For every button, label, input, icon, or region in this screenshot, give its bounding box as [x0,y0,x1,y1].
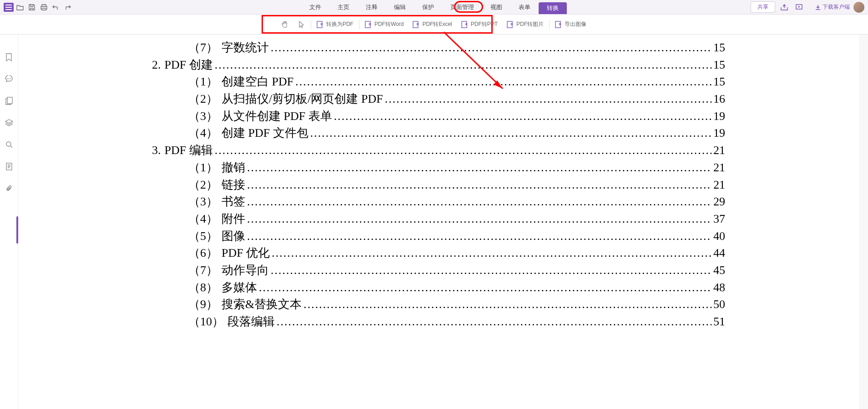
pages-panel-icon[interactable] [5,96,14,105]
toc-leader: ........................................… [259,279,712,296]
document-viewport[interactable]: （7）字数统计.................................… [18,35,859,409]
right-scrollbar[interactable] [859,35,868,409]
select-tool[interactable] [293,18,310,31]
open-icon[interactable] [15,2,25,13]
search-panel-icon[interactable] [5,140,14,149]
share-button[interactable]: 共享 [751,1,775,13]
convert-0[interactable]: 转换为PDF [312,18,358,31]
toc-entry[interactable]: （8）多媒体..................................… [152,279,725,296]
top-toolbar: 文件主页注释编辑保护页面管理视图表单转换 共享 下载客户端 [0,0,868,15]
toc-title: PDF 优化 [222,244,270,262]
download-client-button[interactable]: 下载客户端 [815,3,850,11]
toc-leader: ........................................… [215,142,712,159]
toc-page-number: 37 [713,210,725,228]
svg-point-7 [7,78,8,79]
toc-page-number: 45 [713,262,725,279]
app-menu-icon[interactable] [4,3,14,12]
toc-leader: ........................................… [247,159,712,176]
toc-entry[interactable]: （7）动作导向.................................… [152,262,725,279]
toc-entry[interactable]: （3）从文件创建 PDF 表单.........................… [152,108,725,125]
menu-主页[interactable]: 主页 [329,0,358,14]
toc-entry[interactable]: （3）书签...................................… [152,193,725,210]
menu-表单[interactable]: 表单 [510,0,539,14]
menu-转换[interactable]: 转换 [539,2,567,14]
toc-entry[interactable]: 3.PDF 编辑................................… [152,142,725,159]
convert-5[interactable]: 导出图像 [550,18,591,31]
cursor-icon [298,21,305,28]
menu-页面管理[interactable]: 页面管理 [442,0,482,14]
doc-icon [555,21,562,28]
toc-number: （9） [188,296,218,313]
doc-icon [317,21,324,28]
user-avatar[interactable] [853,2,864,13]
svg-point-11 [6,142,11,146]
menu-文件[interactable]: 文件 [301,0,329,14]
toc-entry[interactable]: （2）从扫描仪/剪切板/网页创建 PDF....................… [152,90,725,108]
toc-number: 2. [152,56,161,74]
comment-panel-icon[interactable] [5,75,14,84]
tool-label: 转换为PDF [326,20,353,28]
convert-4[interactable]: PDF转图片 [502,18,548,31]
hand-icon [282,21,289,28]
toc-entry[interactable]: （7）字数统计.................................… [152,39,725,56]
separator [359,20,359,29]
download-label: 下载客户端 [823,3,850,11]
toc-entry[interactable]: （5）图像...................................… [152,228,725,245]
menu-保护[interactable]: 保护 [414,0,442,14]
convert-3[interactable]: PDF转PPT [457,18,502,31]
toc-entry[interactable]: （4）附件...................................… [152,210,725,228]
menu-编辑[interactable]: 编辑 [386,0,414,14]
doc-icon [461,21,469,28]
toc-number: （6） [188,244,218,262]
toc-entry[interactable]: （10）段落编辑................................… [152,313,725,330]
print-icon[interactable] [38,2,49,13]
convert-1[interactable]: PDF转Word [360,18,408,31]
toc-page-number: 15 [713,73,725,90]
toc-page-number: 19 [713,108,725,125]
toc-number: （2） [188,90,218,108]
toc-page-number: 44 [713,244,725,262]
toc-number: （5） [188,228,218,245]
toc-leader: ........................................… [334,108,712,125]
toc-leader: ........................................… [303,296,712,313]
present-icon[interactable] [793,2,804,13]
export-icon[interactable] [779,2,790,13]
toc-page-number: 19 [713,125,725,142]
toc-page-number: 48 [713,279,725,296]
toc-title: 链接 [222,176,245,194]
undo-icon[interactable] [50,2,61,13]
toc-page-number: 51 [713,313,725,330]
toc-entry[interactable]: （1）创建空白 PDF.............................… [152,73,725,90]
svg-point-9 [10,78,11,79]
save-icon[interactable] [26,2,37,13]
toc-number: （2） [188,176,218,194]
bookmark-panel-icon[interactable] [5,53,14,62]
toc-leader: ........................................… [247,228,712,245]
menu-视图[interactable]: 视图 [482,0,510,14]
toc-entry[interactable]: （6）PDF 优化...............................… [152,244,725,262]
redo-icon[interactable] [62,2,73,13]
toc-title: 动作导向 [222,262,269,279]
form-panel-icon[interactable] [5,162,14,171]
layers-panel-icon[interactable] [5,118,14,127]
hand-tool[interactable] [277,18,293,31]
doc-icon [413,21,420,28]
toc-page-number: 40 [713,228,725,245]
toc-entry[interactable]: 2.PDF 创建................................… [152,56,725,74]
toc-leader: ........................................… [271,262,712,279]
toc-leader: ........................................… [247,193,712,210]
toc-page-number: 15 [713,56,725,74]
menu-注释[interactable]: 注释 [358,0,386,14]
toc-leader: ........................................… [310,125,712,142]
toc-title: 图像 [222,228,245,245]
doc-icon [507,21,514,28]
toc-page-number: 29 [713,193,725,210]
toc-entry[interactable]: （1）撤销...................................… [152,159,725,176]
convert-2[interactable]: PDF转Excel [408,18,456,31]
toc-entry[interactable]: （9）搜索&替换文本..............................… [152,296,725,313]
toc-entry[interactable]: （4）创建 PDF 文件包...........................… [152,125,725,142]
toc-entry[interactable]: （2）链接...................................… [152,176,725,194]
toc-page-number: 15 [713,39,725,56]
toc-number: （3） [188,193,218,210]
attachment-panel-icon[interactable] [5,184,14,193]
